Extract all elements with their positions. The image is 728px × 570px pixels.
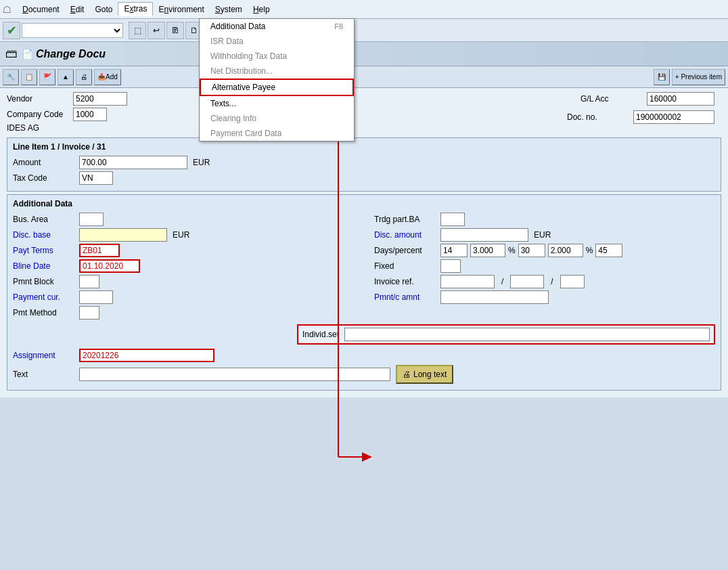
tax-code-label: Tax Code [13,173,74,183]
invoice-ref-v3[interactable] [560,275,585,288]
tax-code-input[interactable] [79,171,113,185]
menu-system[interactable]: System [210,3,248,16]
line-item-title: Line Item 1 / Invoice / 31 [13,142,715,152]
title-icon: 🗃 [5,47,18,61]
menu-item-payment-card: Payment Card Data [200,126,354,141]
long-text-button[interactable]: 🖨 Long text [396,365,453,384]
sec-btn-prev-item[interactable]: + Previous item [672,69,725,85]
disc-base-currency: EUR [173,230,189,240]
title-icon-2: 📄 [22,49,33,60]
check-icon[interactable]: ✔ [3,22,20,39]
disc-amount-input[interactable] [440,228,528,242]
line-item-panel: Line Item 1 / Invoice / 31 Amount EUR Ta… [7,137,721,192]
menu-goto[interactable]: Goto [89,3,118,16]
assignment-input[interactable] [79,349,214,362]
app-icon: ☖ [3,4,12,15]
payt-terms-label: Payt Terms [13,246,74,255]
long-text-label: Long text [413,370,447,379]
amount-input[interactable] [79,156,187,169]
disc-base-input[interactable] [79,228,167,242]
invoice-ref-v2[interactable] [510,275,544,288]
bline-date-label: Bline Date [13,261,74,271]
gl-acc-label: G/L Acc [581,94,641,104]
toolbar-combo[interactable] [22,23,123,38]
doc-no-input[interactable] [633,110,714,124]
pct1-input[interactable] [470,244,505,257]
bus-area-input[interactable] [79,213,104,226]
day2-input[interactable] [518,244,545,257]
vendor-input[interactable] [73,92,127,106]
pmnt-block-input[interactable] [79,275,99,288]
text-input[interactable] [79,368,390,381]
fixed-input[interactable] [440,259,461,273]
menu-item-alternative-payee[interactable]: Alternative Payee [200,79,354,96]
slash-1: / [500,277,505,286]
disc-amount-label: Disc. amount [374,230,435,240]
bline-date-input[interactable] [79,259,140,273]
toolbar-btn-2[interactable]: ↩ [147,22,165,39]
title-bar: 🗃 📄 Change Docu [0,42,728,66]
menu-item-texts[interactable]: Texts... [200,96,354,111]
sec-btn-save[interactable]: 💾 [654,69,670,85]
additional-data-title: Additional Data [13,199,715,209]
invoice-ref-label: Invoice ref. [374,277,435,286]
sec-btn-add[interactable]: 📥 Add [94,69,121,85]
menu-extras[interactable]: Extras [118,2,153,16]
day3-input[interactable] [595,244,622,257]
pmt-method-input[interactable] [79,306,99,320]
disc-amount-currency: EUR [534,230,551,240]
pmt-method-label: Pmt Method [13,308,74,317]
payt-terms-input[interactable] [79,244,120,257]
assignment-label: Assignment [13,351,74,360]
long-text-icon: 🖨 [403,370,411,379]
gl-acc-input[interactable] [647,92,714,106]
pmnt-block-label: Pmnt Block [13,277,74,286]
svg-marker-2 [362,452,372,462]
trdg-label: Trdg part.BA [374,215,435,224]
payment-cur-input[interactable] [79,290,113,304]
pct-sign-1: % [508,246,516,255]
pmnt-c-amnt-input[interactable] [440,290,549,304]
amount-label: Amount [13,158,74,167]
menu-item-isr-data: ISR Data [200,34,354,49]
ides-label: IDES AG [7,123,68,133]
invoice-ref-v1[interactable] [440,275,495,288]
trdg-input[interactable] [440,213,465,226]
content-area: Vendor Company Code IDES AG G/L Acc Doc.… [0,88,728,397]
toolbar: ✔ ⬚ ↩ 🖹 🗋 🖫 ⛶ ◫ ⟳ 🖻 ❓ 🖥 [0,19,728,42]
toolbar-btn-3[interactable]: 🖹 [166,22,184,39]
company-code-label: Company Code [7,110,68,119]
sec-btn-up[interactable]: ▲ [58,69,74,85]
menu-item-net-distribution: Net Distribution... [200,64,354,79]
bus-area-label: Bus. Area [13,215,74,224]
pct2-input[interactable] [548,244,583,257]
second-toolbar: 🔧 📋 🚩 ▲ 🖨 📥 Add 💾 + Previous item [0,66,728,88]
company-code-input[interactable] [73,108,107,121]
menu-environment[interactable]: Environment [153,3,209,16]
payment-cur-label: Payment cur. [13,292,74,302]
pmnt-c-amnt-label: Pmnt/c amnt [374,292,435,302]
menu-item-clearing-info: Clearing Info [200,111,354,126]
menu-bar: ☖ Document Edit Goto Extras Environment … [0,0,728,19]
fixed-label: Fixed [374,261,435,271]
sec-btn-copy[interactable]: 📋 [21,69,37,85]
menu-help[interactable]: Help [248,3,275,16]
menu-document[interactable]: Document [17,3,65,16]
sec-btn-print[interactable]: 🖨 [76,69,92,85]
additional-data-panel: Additional Data Bus. Area Disc. base EUR… [7,194,721,391]
extras-dropdown-menu: Additional Data F8 ISR Data Withholding … [199,18,355,141]
days-percent-label: Days/percent [374,246,435,255]
day1-input[interactable] [440,244,468,257]
amount-currency: EUR [193,158,210,167]
menu-edit[interactable]: Edit [65,3,90,16]
individ-set-input[interactable] [344,328,710,341]
sec-btn-flag[interactable]: 🚩 [39,69,55,85]
doc-no-label: Doc. no. [567,112,628,122]
vendor-label: Vendor [7,94,68,104]
menu-item-additional-data[interactable]: Additional Data F8 [200,19,354,34]
toolbar-btn-1[interactable]: ⬚ [129,22,146,39]
text-label: Text [13,370,74,379]
sec-btn-tools[interactable]: 🔧 [3,69,19,85]
menu-item-withholding-tax: Withholding Tax Data [200,49,354,64]
slash-2: / [549,277,554,286]
